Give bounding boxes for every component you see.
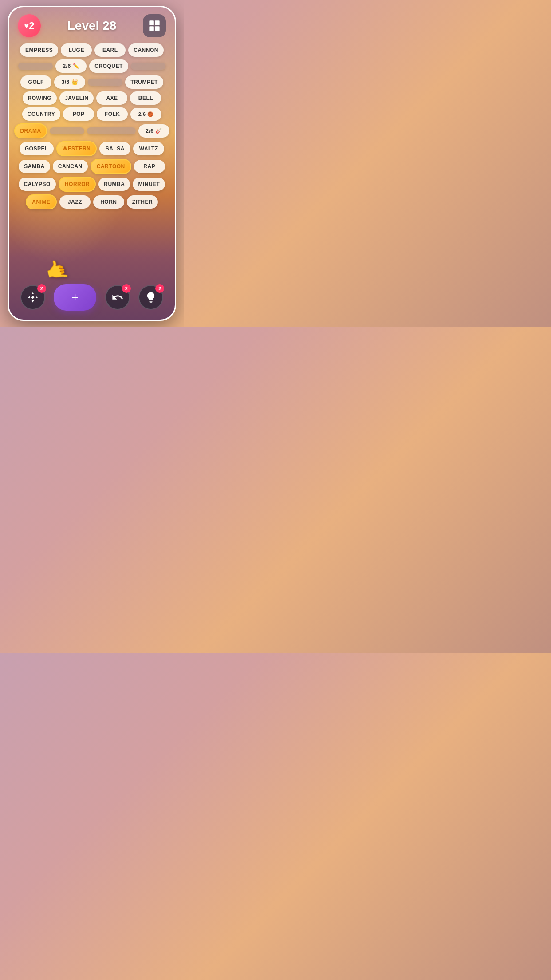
chip-bell[interactable]: BELL: [130, 91, 161, 105]
chip-axe[interactable]: AXE: [96, 91, 127, 105]
word-row-7: GOSPEL WESTERN SALSA WALTZ: [14, 141, 169, 156]
word-row-6: DRAMA 2/6 🎸: [14, 123, 169, 138]
word-row-1: EMPRESS LUGE EARL CANNON: [14, 43, 169, 57]
undo-button[interactable]: 2: [105, 285, 130, 310]
word-row-10: ANIME JAZZ HORN ZITHER: [14, 194, 169, 209]
undo-badge: 2: [122, 284, 131, 293]
chip-anime[interactable]: ANIME: [26, 194, 57, 209]
chip-salsa[interactable]: SALSA: [99, 142, 130, 155]
chip-dimmed-3: [88, 79, 122, 86]
chip-cannon[interactable]: CANNON: [128, 43, 164, 57]
chip-golf[interactable]: GOLF: [20, 75, 51, 89]
chip-jazz[interactable]: JAZZ: [59, 195, 91, 209]
level-title: Level 28: [67, 19, 117, 33]
chip-empress[interactable]: EMPRESS: [20, 43, 58, 57]
game-content: 2 Level 28 EMPRESS LUGE EARL CANNON: [9, 7, 175, 320]
svg-rect-1: [155, 20, 160, 25]
chip-waltz[interactable]: WALTZ: [133, 142, 164, 155]
chip-javelin[interactable]: JAVELIN: [59, 91, 94, 105]
chip-minuet[interactable]: MINUET: [133, 178, 165, 191]
add-button[interactable]: +: [54, 284, 96, 311]
chip-drama[interactable]: DRAMA: [14, 123, 47, 138]
chip-rowing[interactable]: ROWING: [23, 91, 57, 105]
chip-dimmed-2: [131, 63, 165, 70]
chip-luge[interactable]: LUGE: [61, 43, 92, 57]
svg-rect-3: [155, 26, 160, 31]
move-badge: 2: [37, 284, 46, 293]
move-icon: [27, 291, 39, 304]
add-icon: +: [71, 290, 79, 304]
chip-gospel[interactable]: GOSPEL: [20, 142, 54, 155]
chip-horror[interactable]: HORROR: [59, 177, 96, 192]
chip-cancan[interactable]: CANCAN: [53, 160, 88, 173]
chip-dimmed-1: [18, 63, 53, 70]
move-button[interactable]: 2: [20, 285, 45, 310]
chip-counter-1[interactable]: 2/6 ✏️: [55, 59, 87, 73]
chip-dimmed-4: [50, 127, 84, 134]
lives-count: 2: [29, 20, 34, 32]
word-row-9: CALYPSO HORROR RUMBA MINUET: [14, 177, 169, 192]
chip-folk[interactable]: FOLK: [97, 107, 128, 121]
word-grid: EMPRESS LUGE EARL CANNON 2/6 ✏️ CROQUET …: [9, 41, 175, 279]
chip-rap[interactable]: RAP: [134, 160, 165, 173]
chip-cartoon[interactable]: CARTOON: [91, 159, 131, 174]
chip-trumpet[interactable]: TRUMPET: [125, 75, 163, 89]
word-row-4: ROWING JAVELIN AXE BELL: [14, 91, 169, 105]
svg-rect-2: [149, 26, 154, 31]
chip-counter-4[interactable]: 2/6 🎸: [138, 124, 169, 138]
lives-badge: 2: [18, 14, 41, 37]
word-row-5: COUNTRY POP FOLK 2/6 🏀: [14, 107, 169, 121]
hint-icon: [145, 291, 157, 304]
chip-counter-2[interactable]: 3/6 👑: [54, 75, 85, 89]
chip-western[interactable]: WESTERN: [56, 141, 97, 156]
chip-pop[interactable]: POP: [63, 107, 94, 121]
bottom-toolbar: 2 + 2 2: [9, 279, 175, 320]
chip-croquet[interactable]: CROQUET: [89, 59, 128, 73]
phone-frame: 2 Level 28 EMPRESS LUGE EARL CANNON: [8, 6, 176, 321]
chip-samba[interactable]: SAMBA: [19, 160, 50, 173]
svg-rect-0: [149, 20, 154, 25]
menu-button[interactable]: [143, 14, 166, 37]
hint-badge: 2: [155, 284, 164, 293]
word-row-3: GOLF 3/6 👑 TRUMPET: [14, 75, 169, 89]
chip-zither[interactable]: ZITHER: [127, 195, 158, 209]
undo-icon: [111, 291, 124, 304]
grid-icon: [148, 20, 161, 32]
word-row-8: SAMBA CANCAN CARTOON RAP: [14, 159, 169, 174]
chip-earl[interactable]: EARL: [94, 43, 126, 57]
chip-counter-3[interactable]: 2/6 🏀: [130, 108, 161, 121]
chip-rumba[interactable]: RUMBA: [98, 178, 130, 191]
word-row-2: 2/6 ✏️ CROQUET: [14, 59, 169, 73]
chip-horn[interactable]: HORN: [93, 195, 124, 209]
chip-dimmed-5: [87, 127, 136, 134]
chip-calypso[interactable]: CALYPSO: [19, 178, 56, 191]
chip-country[interactable]: COUNTRY: [22, 107, 60, 121]
hint-button[interactable]: 2: [138, 285, 163, 310]
header: 2 Level 28: [9, 7, 175, 41]
